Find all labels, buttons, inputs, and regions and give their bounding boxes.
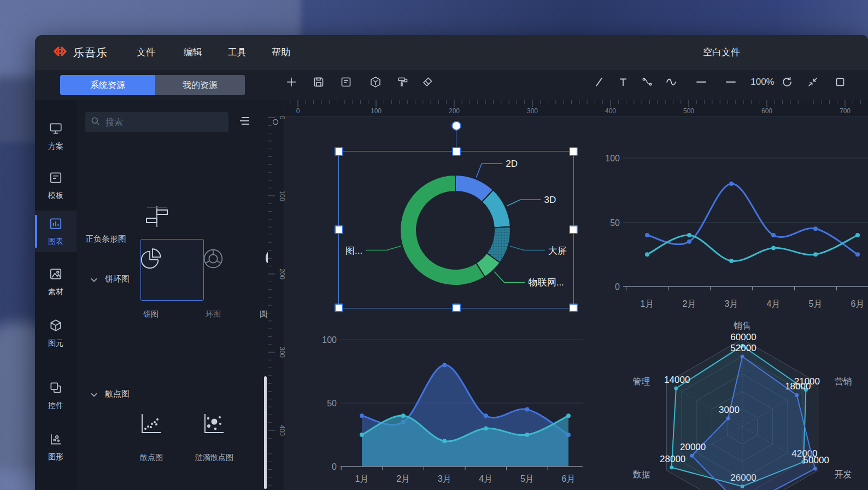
data-point (442, 439, 447, 444)
panel-item-diverging-bar[interactable] (140, 204, 174, 231)
x-tick-label: 2月 (683, 299, 696, 308)
menu-help[interactable]: 帮助 (272, 35, 290, 70)
add-button[interactable] (281, 70, 301, 94)
menu-tools[interactable]: 工具 (228, 35, 247, 70)
x-tick-label: 1月 (641, 299, 654, 308)
resize-handle-top-left[interactable] (335, 147, 343, 156)
ruler-label: 600 (761, 107, 772, 115)
component-hexagon-button[interactable] (366, 70, 385, 94)
x-tick-label: 5月 (809, 299, 823, 308)
eraser-button[interactable] (418, 70, 437, 94)
section-header-pie-donut[interactable]: 饼环图 (91, 274, 130, 284)
brand-logo-icon (52, 44, 68, 61)
connector-tool-button[interactable] (637, 70, 657, 94)
x-tick-label: 2月 (396, 474, 410, 483)
curve-tool-button[interactable] (662, 70, 682, 94)
radar-value-label: 50000 (804, 455, 829, 465)
y-tick-label: 50 (327, 399, 337, 408)
rotation-handle[interactable] (451, 121, 461, 131)
document-list-button[interactable] (336, 70, 356, 94)
radar-value-label: 18000 (785, 381, 811, 392)
tab-system-resources[interactable]: 系统资源 (60, 75, 155, 95)
resize-handle-bottom-left[interactable] (335, 304, 343, 312)
data-point (566, 413, 571, 418)
tab-my-resources[interactable]: 我的资源 (155, 75, 245, 95)
x-tick-label: 4月 (479, 474, 492, 483)
brand[interactable]: 乐吾乐 (52, 35, 108, 70)
menu-edit[interactable]: 编辑 (184, 35, 202, 70)
diverging-bar-icon (140, 221, 174, 231)
resize-handle-middle-right[interactable] (569, 225, 578, 234)
radar-indicator-label: 数据 (632, 470, 650, 479)
x-tick-label: 4月 (767, 299, 781, 308)
sidebar-rail: 方案 模板 图表 素材 图元 控件 图形 (35, 100, 77, 490)
paint-roller-button[interactable] (393, 70, 413, 94)
search-input[interactable] (104, 117, 216, 128)
zoom-level[interactable]: 100% (746, 70, 779, 94)
x-tick-label: 3月 (725, 299, 738, 308)
menu-file[interactable]: 文件 (137, 35, 155, 70)
resize-handle-top-middle[interactable] (452, 147, 461, 156)
sidebar-item-widgets[interactable]: 控件 (35, 375, 77, 416)
list-view-icon[interactable] (238, 115, 251, 129)
ruler-label: 300 (527, 107, 538, 115)
panel-item-donut[interactable] (201, 246, 226, 274)
text-tool-button[interactable] (613, 70, 633, 94)
sidebar-item-materials[interactable]: 素材 (35, 261, 77, 302)
selection-frame[interactable] (338, 151, 574, 308)
resize-handle-top-right[interactable] (569, 147, 578, 156)
sidebar-item-charts[interactable]: 图表 (35, 211, 77, 252)
app-window: 乐吾乐 文件 编辑 工具 帮助 空白文件 系统资源 我的资源 (35, 35, 868, 490)
ruler-label: 0 (296, 107, 300, 115)
resize-handle-middle-left[interactable] (335, 225, 343, 234)
search-box[interactable] (85, 112, 228, 132)
dash-line-button[interactable] (721, 70, 741, 94)
resource-panel: 正负条形图 饼环图 饼图 环图 (77, 100, 268, 490)
refresh-button[interactable] (777, 70, 797, 94)
y-tick-label: 0 (332, 462, 337, 471)
resize-handle-bottom-right[interactable] (569, 304, 578, 312)
canvas-area[interactable]: 010020030040050060070001002003004002D3D大… (268, 100, 868, 490)
panel-item-scatter[interactable] (138, 356, 164, 384)
collapse-button[interactable] (803, 70, 823, 94)
x-tick-label: 1月 (355, 474, 369, 483)
brand-name: 乐吾乐 (73, 45, 108, 60)
ripple-scatter-icon (201, 429, 227, 439)
save-button[interactable] (309, 70, 329, 94)
ruler-label: 700 (840, 107, 851, 115)
data-point (729, 259, 734, 263)
ruler-label: 100 (371, 107, 382, 115)
panel-item-ripple-scatter[interactable] (201, 411, 227, 439)
frame-button[interactable] (830, 70, 850, 94)
monitor-icon (49, 121, 63, 138)
panel-item-pie[interactable] (138, 246, 163, 274)
line-chart: 0501001月2月3月4月5月6月 (605, 154, 868, 308)
sidebar-item-template[interactable]: 模板 (35, 165, 77, 206)
sidebar-item-label: 图元 (48, 339, 63, 348)
y-tick-label: 100 (322, 335, 337, 345)
radar-value-label: 3000 (719, 405, 740, 415)
panel-scrollbar[interactable] (264, 376, 267, 489)
data-point (645, 252, 649, 256)
sidebar-item-shapes[interactable]: 图形 (35, 426, 77, 468)
toolbar-row: 系统资源 我的资源 (35, 70, 868, 101)
ruler-label: 200 (449, 107, 460, 115)
data-point (674, 387, 678, 390)
section-header-scatter[interactable]: 散点图 (91, 389, 130, 399)
horizontal-line-button[interactable] (691, 70, 711, 94)
x-tick-label: 5月 (520, 474, 534, 483)
sidebar-item-pens[interactable]: 图元 (35, 312, 77, 354)
sidebar-item-label: 模板 (48, 191, 63, 201)
ruler-label: 300 (278, 347, 286, 358)
scatter-chart-icon (138, 411, 164, 439)
sidebar-item-plan[interactable]: 方案 (35, 115, 77, 157)
data-point (360, 413, 364, 418)
sidebar-item-label: 控件 (48, 401, 63, 411)
data-point (741, 355, 744, 359)
x-tick-label: 6月 (851, 299, 865, 308)
resize-handle-bottom-middle[interactable] (452, 304, 461, 312)
line-tool-button[interactable] (589, 70, 609, 94)
image-icon (49, 267, 63, 283)
donut-chart-icon (201, 264, 226, 273)
data-point (401, 413, 406, 418)
